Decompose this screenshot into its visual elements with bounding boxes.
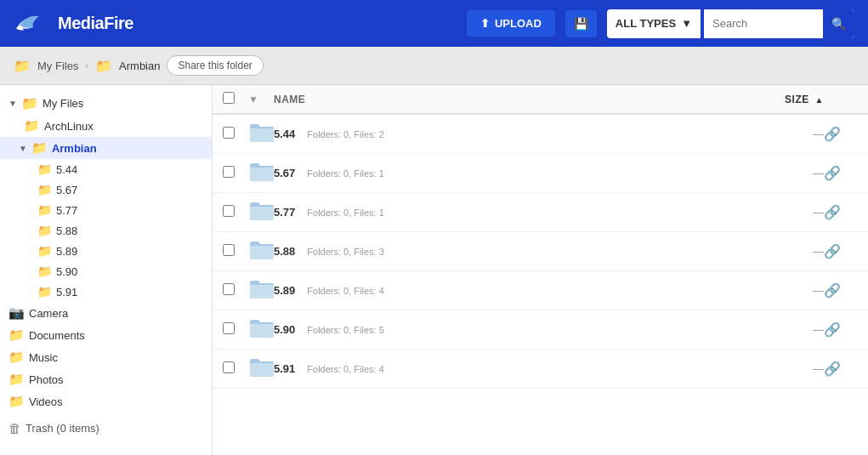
row-checkbox-7[interactable] xyxy=(223,361,248,376)
sidebar-item-5.90[interactable]: 📁 5.90 xyxy=(0,261,212,282)
row-folder-icon-7 xyxy=(248,356,274,381)
size-column-header[interactable]: SIZE ▲ xyxy=(756,94,824,105)
name-column-header[interactable]: NAME xyxy=(274,94,756,105)
search-input[interactable] xyxy=(704,10,823,37)
sidebar-item-archlinux[interactable]: 📁 ArchLinux xyxy=(0,115,212,137)
row-name-cell-6: 5.90 Folders: 0, Files: 5 xyxy=(274,323,756,336)
row-meta-1: Folders: 0, Files: 2 xyxy=(307,129,383,139)
sidebar-item-documents[interactable]: 📁 Documents xyxy=(0,324,212,346)
upload-button[interactable]: ⬆ UPLOAD xyxy=(467,10,555,37)
search-box: 🔍 xyxy=(704,9,854,38)
row-link-icon-7[interactable]: 🔗 xyxy=(824,361,858,377)
row-checkbox-3[interactable] xyxy=(223,205,248,219)
documents-folder-icon: 📁 xyxy=(9,327,25,343)
row-link-icon-2[interactable]: 🔗 xyxy=(824,165,858,181)
share-folder-button[interactable]: Share this folder xyxy=(167,55,263,76)
row-folder-icon-1 xyxy=(248,122,274,146)
sidebar-label-documents: Documents xyxy=(29,329,85,342)
save-button[interactable]: 💾 xyxy=(565,10,597,37)
row-name-1[interactable]: 5.44 xyxy=(274,128,295,140)
size-label: SIZE xyxy=(785,94,809,105)
table-row: 5.91 Folders: 0, Files: 4 — 🔗 xyxy=(213,350,868,389)
sidebar-item-videos[interactable]: 📁 Videos xyxy=(0,390,212,412)
select-all-input[interactable] xyxy=(223,92,235,104)
sidebar-label-camera: Camera xyxy=(29,307,68,320)
sidebar-label-5.67: 5.67 xyxy=(56,184,77,196)
row-checkbox-2[interactable] xyxy=(223,166,248,180)
row-folder-icon-4 xyxy=(248,239,274,264)
sidebar-label-videos: Videos xyxy=(29,395,63,408)
folder-5.88-icon: 📁 xyxy=(37,224,52,237)
row-name-cell-5: 5.89 Folders: 0, Files: 4 xyxy=(274,284,756,297)
row-folder-icon-6 xyxy=(248,317,274,342)
row-link-icon-3[interactable]: 🔗 xyxy=(824,204,858,220)
sidebar-item-music[interactable]: 📁 Music xyxy=(0,346,212,368)
camera-icon: 📷 xyxy=(9,305,25,321)
row-link-icon-4[interactable]: 🔗 xyxy=(824,243,858,259)
row-name-3[interactable]: 5.77 xyxy=(274,206,295,219)
row-checkbox-1[interactable] xyxy=(223,127,248,141)
sidebar-item-5.89[interactable]: 📁 5.89 xyxy=(0,241,212,261)
breadcrumb-root[interactable]: My Files xyxy=(37,60,78,72)
row-link-icon-6[interactable]: 🔗 xyxy=(824,321,858,338)
row-name-2[interactable]: 5.67 xyxy=(274,167,295,179)
row-meta-3: Folders: 0, Files: 1 xyxy=(307,208,383,218)
folder-5.89-icon: 📁 xyxy=(37,244,52,258)
row-checkbox-5[interactable] xyxy=(223,283,248,298)
sidebar-item-5.67[interactable]: 📁 5.67 xyxy=(0,179,212,200)
sidebar-item-5.91[interactable]: 📁 5.91 xyxy=(0,282,212,302)
content-area: ▼ NAME SIZE ▲ 5.44 Folders: 0, Files: 2 … xyxy=(213,85,868,455)
sidebar-item-trash[interactable]: 🗑 Trash (0 items) xyxy=(0,418,212,439)
size-sort-arrow-icon: ▲ xyxy=(815,95,824,105)
table-row: 5.90 Folders: 0, Files: 5 — 🔗 xyxy=(213,310,868,350)
sidebar: ▼ 📁 My Files 📁 ArchLinux ▼ 📁 Armbian 📁 5… xyxy=(0,85,213,455)
sort-icon[interactable]: ▼ xyxy=(248,94,274,105)
logo-text: MediaFire xyxy=(58,14,133,33)
folder-5.44-icon: 📁 xyxy=(37,162,52,176)
sidebar-item-5.88[interactable]: 📁 5.88 xyxy=(0,220,212,241)
folder-5.90-icon: 📁 xyxy=(37,264,52,278)
row-name-6[interactable]: 5.90 xyxy=(274,323,295,336)
collapse-arrow-icon: ▼ xyxy=(9,99,17,108)
breadcrumb-separator: › xyxy=(85,60,88,71)
table-row: 5.89 Folders: 0, Files: 4 — 🔗 xyxy=(213,271,868,310)
logo-icon xyxy=(14,12,51,36)
breadcrumb-root-label: My Files xyxy=(37,60,78,72)
sidebar-item-5.77[interactable]: 📁 5.77 xyxy=(0,200,212,220)
row-link-icon-1[interactable]: 🔗 xyxy=(824,126,858,142)
row-name-cell-7: 5.91 Folders: 0, Files: 4 xyxy=(274,362,756,375)
row-name-7[interactable]: 5.91 xyxy=(274,362,295,375)
table-body: 5.44 Folders: 0, Files: 2 — 🔗 5.67 Folde… xyxy=(213,115,868,455)
search-button[interactable]: 🔍 xyxy=(823,9,854,38)
row-size-4: — xyxy=(756,245,824,258)
row-folder-icon-2 xyxy=(248,161,274,185)
row-size-5: — xyxy=(756,284,824,297)
upload-label: UPLOAD xyxy=(495,17,542,30)
sidebar-label-armbian: Armbian xyxy=(52,142,97,155)
videos-folder-icon: 📁 xyxy=(9,394,25,409)
type-filter-dropdown[interactable]: ALL TYPES ▼ xyxy=(607,9,701,38)
table-row: 5.88 Folders: 0, Files: 3 — 🔗 xyxy=(213,232,868,271)
sidebar-label-photos: Photos xyxy=(29,373,63,386)
type-filter-label: ALL TYPES xyxy=(616,17,676,30)
row-checkbox-6[interactable] xyxy=(223,322,248,337)
row-link-icon-5[interactable]: 🔗 xyxy=(824,282,858,299)
row-name-4[interactable]: 5.88 xyxy=(274,245,295,258)
breadcrumb-current[interactable]: Armbian xyxy=(119,60,160,72)
row-name-5[interactable]: 5.89 xyxy=(274,284,295,297)
row-meta-6: Folders: 0, Files: 5 xyxy=(307,325,383,335)
row-checkbox-4[interactable] xyxy=(223,244,248,259)
logo-area: MediaFire xyxy=(14,12,457,36)
sidebar-item-5.44[interactable]: 📁 5.44 xyxy=(0,159,212,179)
sidebar-item-my-files[interactable]: ▼ 📁 My Files xyxy=(0,92,212,115)
my-files-folder-icon: 📁 xyxy=(21,95,38,111)
breadcrumb: 📁 My Files › 📁 Armbian Share this folder xyxy=(0,47,868,85)
table-row: 5.77 Folders: 0, Files: 1 — 🔗 xyxy=(213,193,868,232)
sidebar-item-photos[interactable]: 📁 Photos xyxy=(0,368,212,390)
select-all-checkbox[interactable] xyxy=(223,92,248,106)
breadcrumb-folder-icon: 📁 xyxy=(14,58,31,74)
search-icon: 🔍 xyxy=(831,17,846,31)
sidebar-item-camera[interactable]: 📷 Camera xyxy=(0,302,212,324)
trash-icon: 🗑 xyxy=(9,421,21,435)
sidebar-item-armbian[interactable]: ▼ 📁 Armbian xyxy=(0,137,212,159)
